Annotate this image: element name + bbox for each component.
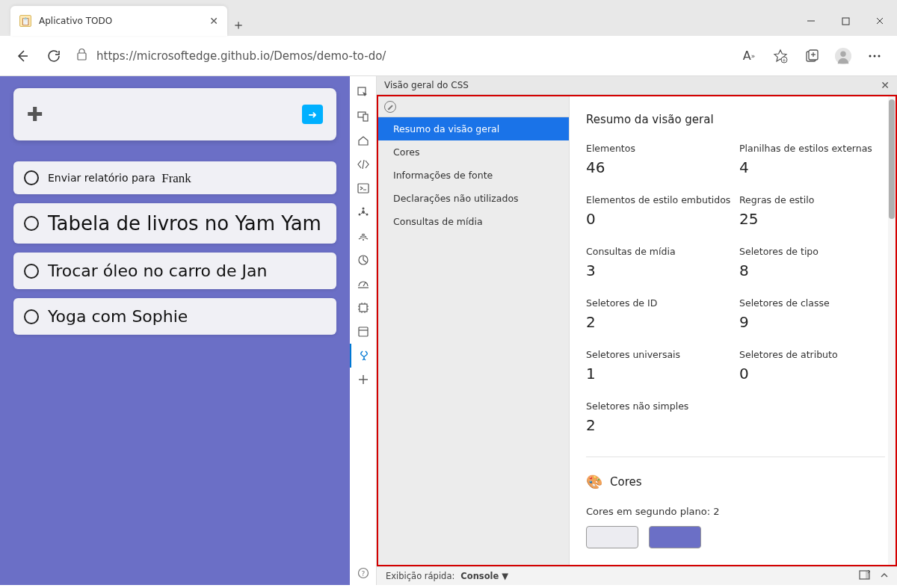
summary-title: Resumo da visão geral — [586, 113, 885, 126]
welcome-icon[interactable] — [350, 129, 377, 152]
profile-button[interactable] — [834, 47, 852, 65]
inspect-icon[interactable] — [350, 81, 377, 105]
collections-button[interactable] — [803, 47, 821, 65]
device-icon[interactable] — [350, 105, 377, 129]
tab-title: Aplicativo TODO — [39, 16, 112, 26]
todo-checkbox[interactable] — [24, 309, 39, 324]
read-aloud-button[interactable]: A» — [740, 47, 758, 65]
colors-heading: 🎨 Cores — [586, 474, 885, 489]
lock-icon — [76, 48, 87, 64]
devtools-activity-bar: ? — [350, 76, 377, 585]
clear-overview-button[interactable] — [384, 101, 396, 113]
svg-point-24 — [366, 214, 368, 216]
color-swatches — [586, 526, 885, 548]
svg-point-16 — [878, 55, 881, 57]
svg-point-25 — [363, 239, 364, 241]
performance-icon[interactable] — [350, 272, 377, 296]
svg-point-23 — [358, 214, 360, 216]
back-button[interactable] — [13, 47, 31, 65]
svg-point-14 — [869, 55, 872, 57]
clipboard-icon: 📋 — [19, 15, 31, 27]
todo-checkbox[interactable] — [24, 170, 39, 185]
maximize-button[interactable] — [828, 6, 863, 36]
color-swatch[interactable] — [586, 526, 638, 548]
elements-icon[interactable] — [350, 152, 377, 176]
minimize-button[interactable] — [794, 6, 828, 36]
address-bar[interactable]: https://microsoftedge.github.io/Demos/de… — [76, 48, 727, 64]
bg-colors-label: Cores em segundo plano: 2 — [586, 506, 885, 517]
svg-rect-1 — [842, 18, 849, 25]
todo-text: Yoga com Sophie — [48, 307, 188, 326]
footer-label: Exibição rápida: — [386, 571, 454, 581]
todo-item[interactable]: Tabela de livros no Yam Yam — [13, 203, 336, 244]
console-icon[interactable] — [350, 176, 377, 200]
submit-button[interactable]: ➜ — [302, 105, 323, 124]
browser-tab[interactable]: 📋 Aplicativo TODO ✕ — [10, 6, 227, 36]
svg-point-13 — [840, 51, 845, 56]
nav-item-summary[interactable]: Resumo da visão geral — [378, 117, 569, 140]
memory-icon[interactable] — [350, 296, 377, 320]
window-titlebar: 📋 Aplicativo TODO ✕ ＋ — [0, 0, 897, 36]
close-tab-button[interactable]: ✕ — [209, 15, 218, 27]
new-tab-button[interactable]: ＋ — [227, 13, 250, 36]
devtools-pane: ? Visão geral do CSS ✕ Resumo da visão g… — [350, 76, 897, 585]
footer-dropdown[interactable]: Console ▼ — [460, 571, 508, 581]
svg-point-22 — [362, 208, 364, 210]
css-overview-body: Resumo da visão geral Cores Informações … — [377, 95, 897, 566]
svg-rect-38 — [359, 327, 368, 336]
refresh-button[interactable] — [45, 47, 63, 65]
svg-point-15 — [874, 55, 876, 57]
color-swatch[interactable] — [649, 526, 701, 548]
dock-icon[interactable] — [859, 570, 870, 582]
scrollbar[interactable] — [888, 96, 896, 565]
todo-checkbox[interactable] — [24, 216, 39, 231]
network-icon[interactable] — [350, 224, 377, 248]
css-overview-nav: Resumo da visão geral Cores Informações … — [378, 96, 570, 565]
summary-stats: Elementos46 Planilhas de estilos externa… — [586, 143, 885, 434]
scrollbar-thumb[interactable] — [889, 99, 895, 219]
url-text: https://microsoftedge.github.io/Demos/de… — [96, 49, 386, 63]
css-overview-icon[interactable] — [350, 344, 377, 368]
add-todo-card[interactable]: ✚ ➜ — [13, 88, 336, 140]
nav-item-colors[interactable]: Cores — [378, 140, 569, 164]
palette-icon: 🎨 — [586, 474, 602, 489]
todo-item[interactable]: Trocar óleo no carro de Jan — [13, 253, 336, 289]
more-tools-icon[interactable] — [350, 368, 377, 392]
todo-text: Trocar óleo no carro de Jan — [48, 261, 267, 280]
expand-drawer-icon[interactable] — [881, 571, 888, 581]
application-icon[interactable] — [350, 320, 377, 344]
nav-item-unused[interactable]: Declarações não utilizados — [378, 187, 569, 210]
more-button[interactable] — [866, 47, 884, 65]
nav-item-fonts[interactable]: Informações de fonte — [378, 164, 569, 187]
plus-icon[interactable]: ✚ — [27, 103, 43, 126]
todo-item[interactable]: Yoga com Sophie — [13, 298, 336, 335]
svg-rect-5 — [78, 53, 86, 60]
todo-checkbox[interactable] — [24, 264, 39, 279]
favorite-button[interactable]: + — [771, 47, 789, 65]
svg-line-27 — [363, 282, 366, 286]
todo-item[interactable]: Enviar relatório para Frank — [13, 161, 336, 194]
nav-item-media[interactable]: Consultas de mídia — [378, 210, 569, 233]
lighthouse-icon[interactable] — [350, 248, 377, 272]
sources-icon[interactable] — [350, 200, 377, 224]
todo-page: ✚ ➜ Enviar relatório para Frank Tabela d… — [0, 76, 350, 585]
svg-rect-19 — [363, 114, 368, 121]
devtools-footer: Exibição rápida: Console ▼ — [377, 566, 897, 585]
svg-rect-29 — [360, 304, 367, 312]
css-overview-details: Resumo da visão geral Elementos46 Planil… — [570, 96, 896, 565]
help-icon[interactable]: ? — [350, 561, 377, 585]
svg-text:?: ? — [361, 570, 365, 578]
css-overview-header: Visão geral do CSS ✕ — [377, 76, 897, 95]
svg-text:+: + — [782, 58, 786, 64]
todo-text: Tabela de livros no Yam Yam — [48, 212, 321, 235]
close-panel-button[interactable]: ✕ — [881, 79, 890, 91]
svg-point-21 — [362, 211, 365, 214]
close-window-button[interactable] — [863, 6, 897, 36]
window-controls — [794, 6, 897, 36]
todo-text: Enviar relatório para Frank — [48, 170, 191, 185]
divider — [586, 457, 885, 457]
browser-toolbar: https://microsoftedge.github.io/Demos/de… — [0, 36, 897, 76]
panel-title: Visão geral do CSS — [384, 80, 469, 90]
